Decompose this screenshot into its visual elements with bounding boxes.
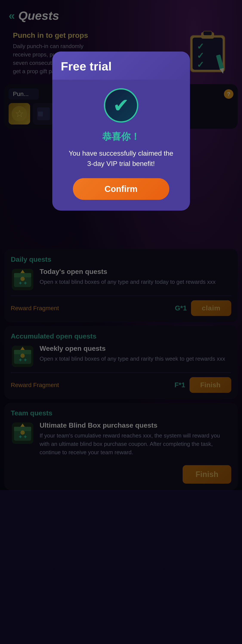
success-circle: ✔ xyxy=(104,88,138,122)
success-description: You have successfully claimed the 3-day … xyxy=(61,148,181,169)
confirm-button[interactable]: Confirm xyxy=(73,178,169,200)
modal-header: Free trial xyxy=(52,52,190,80)
modal-title: Free trial xyxy=(61,59,181,73)
modal-body: ✔ 恭喜你！ You have successfully claimed the… xyxy=(52,80,190,200)
free-trial-modal: Free trial ✔ 恭喜你！ You have successfully … xyxy=(52,52,190,210)
checkmark-icon: ✔ xyxy=(113,96,129,115)
congrats-text: 恭喜你！ xyxy=(102,130,140,143)
